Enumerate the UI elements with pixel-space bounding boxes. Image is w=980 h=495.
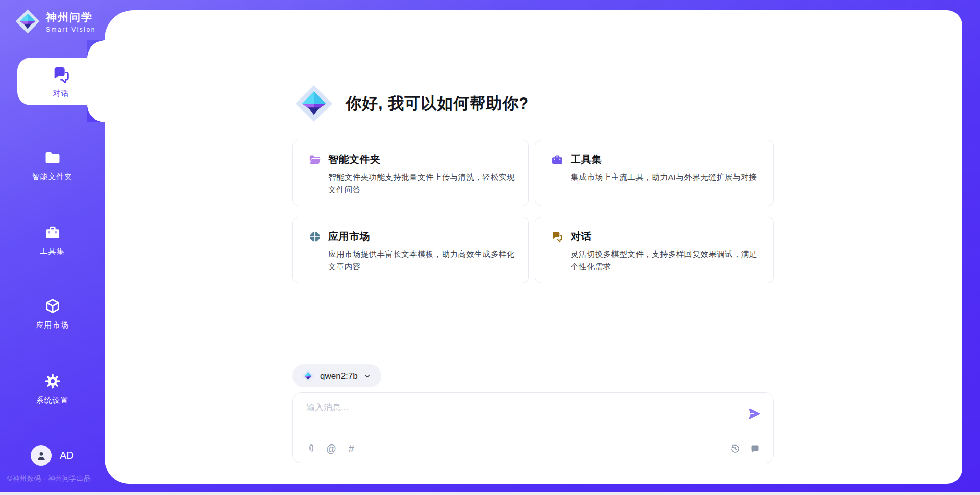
greeting: 你好, 我可以如何帮助你? [293,83,529,124]
briefcase-icon [44,224,61,241]
sidebar-item-toolset[interactable]: 工具集 [0,224,105,256]
gem-logo-icon [293,83,334,124]
gem-logo-icon [14,8,41,35]
folder-icon [44,149,61,166]
card-title: 对话 [571,230,592,243]
chevron-down-icon [363,372,371,380]
mention-button[interactable]: @ [325,442,337,455]
sidebar-item-smart-folder[interactable]: 智能文件夹 [0,149,105,182]
avatar [31,445,52,466]
card-title: 应用市场 [328,230,370,243]
greeting-title: 你好, 我可以如何帮助你? [346,93,529,114]
app-logo: 神州问学 Smart Vision [14,8,96,35]
history-button[interactable] [729,442,741,455]
sidebar-item-chat[interactable]: 对话 [17,58,105,105]
card-description: 应用市场提供丰富长文本模板，助力高效生成多样化文章内容 [328,248,515,274]
card-description: 智能文件夹功能支持批量文件上传与清洗，轻松实现文件问答 [328,171,515,196]
app-subtitle: Smart Vision [46,26,96,33]
sidebar-item-app-market[interactable]: 应用市场 [0,298,105,330]
card-chat[interactable]: 对话 灵活切换多模型文件，支持多样回复效果调试，满足个性化需求 [535,217,774,283]
card-app-market[interactable]: 应用市场 应用市场提供丰富长文本模板，助力高效生成多样化文章内容 [292,217,529,283]
hash-icon: # [348,443,354,454]
card-description: 灵活切换多模型文件，支持多样回复效果调试，满足个性化需求 [571,248,760,274]
chat-bubbles-icon [51,65,71,85]
card-title: 智能文件夹 [328,153,381,166]
card-title: 工具集 [571,153,602,166]
gear-icon [44,373,61,390]
sidebar-item-label: 系统设置 [36,395,69,405]
folder-open-icon [308,153,322,166]
comment-icon [750,443,761,454]
card-smart-folder[interactable]: 智能文件夹 智能文件夹功能支持批量文件上传与清洗，轻松实现文件问答 [292,140,529,206]
sidebar-item-settings[interactable]: 系统设置 [0,373,105,405]
sidebar-item-label: 工具集 [40,246,65,256]
card-description: 集成市场上主流工具，助力AI与外界无缝扩展与对接 [571,171,760,184]
feature-cards: 智能文件夹 智能文件夹功能支持批量文件上传与清洗，轻松实现文件问答 工具集 集成… [292,140,774,283]
composer-toolbar: @ # [305,439,761,458]
cube-icon [44,298,61,315]
topic-button[interactable]: # [345,442,357,455]
user-account[interactable]: AD [31,445,74,466]
composer-divider [305,433,761,433]
sidebar-item-label: 智能文件夹 [32,172,73,182]
at-icon: @ [326,443,336,454]
gem-icon [302,369,314,382]
card-toolset[interactable]: 工具集 集成市场上主流工具，助力AI与外界无缝扩展与对接 [535,140,774,206]
sidebar-item-label: 应用市场 [36,320,69,330]
copyright-text: ©神州数码 · 神州问学出品 [7,474,91,483]
model-selector[interactable]: qwen2:7b [292,364,381,387]
briefcase-icon [551,153,564,166]
window-bottom-edge [0,492,980,495]
apps-grid-icon [308,230,322,243]
history-icon [730,443,741,454]
sidebar-item-label: 对话 [53,89,69,98]
app-name: 神州问学 [46,10,96,24]
user-initials: AD [60,450,74,461]
person-icon [35,450,47,462]
model-name: qwen2:7b [320,371,358,381]
paper-plane-icon[interactable] [747,406,762,422]
attach-file-button[interactable] [305,442,317,455]
chat-bubbles-icon [551,230,564,243]
sidebar: 神州问学 Smart Vision 对话 智能文件夹 工具集 [0,0,105,495]
comments-button[interactable] [749,442,761,455]
paperclip-icon [306,443,317,454]
message-input[interactable] [306,402,735,428]
message-composer: @ # [292,392,774,463]
